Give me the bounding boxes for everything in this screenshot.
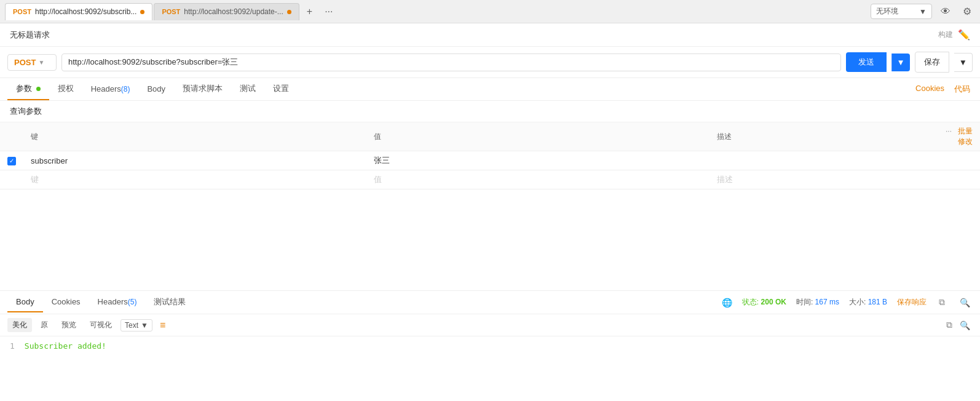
- url-input[interactable]: [61, 54, 841, 71]
- more-tabs-button[interactable]: ···: [321, 5, 336, 18]
- empty-key-placeholder: 键: [31, 175, 39, 184]
- tab-tests[interactable]: 测试: [231, 78, 264, 100]
- save-button[interactable]: 保存: [915, 52, 949, 73]
- response-body: 1Subscriber added!: [0, 336, 980, 401]
- search-response-button[interactable]: 🔍: [957, 296, 973, 309]
- response-meta: 🌐 状态: 200 OK 时间: 167 ms 大小: 181 B 保存响应 ⧉…: [722, 296, 973, 309]
- tab-bar-right: 无环境 ▼ 👁 ⚙: [871, 4, 975, 19]
- row1-checkbox-cell: [0, 151, 23, 170]
- edit-title-button[interactable]: ✏️: [958, 29, 970, 41]
- search-body-button[interactable]: 🔍: [957, 319, 973, 332]
- text-format-selector[interactable]: Text ▼: [121, 319, 152, 332]
- env-label: 无环境: [876, 6, 898, 17]
- method-selector[interactable]: POST ▼: [7, 54, 57, 71]
- response-size: 大小: 181 B: [849, 297, 887, 308]
- empty-desc[interactable]: 描述: [709, 170, 931, 189]
- resp-tab-cookies[interactable]: Cookies: [43, 292, 89, 312]
- more-actions-icon[interactable]: ···: [946, 127, 952, 135]
- main-area: 查询参数 键 值 描述 ··· 批量修改: [0, 101, 980, 401]
- method-caret-icon: ▼: [38, 59, 44, 66]
- empty-actions: [931, 170, 980, 189]
- tab1-dot: [140, 10, 144, 14]
- col-desc: 描述: [709, 122, 931, 151]
- request-title: 无标题请求: [10, 30, 938, 41]
- send-caret-button[interactable]: ▼: [891, 54, 910, 71]
- resp-tab-body[interactable]: Body: [7, 292, 43, 312]
- col-actions: ··· 批量修改: [931, 122, 980, 151]
- params-dot: [36, 87, 41, 91]
- tab-auth[interactable]: 授权: [49, 78, 82, 100]
- row1-actions: [931, 151, 980, 170]
- url-bar: POST ▼ 发送 ▼ 保存 ▼: [0, 47, 980, 78]
- tab-settings[interactable]: 设置: [264, 78, 298, 100]
- cookies-link[interactable]: Cookies: [913, 79, 947, 100]
- construct-button[interactable]: 构建: [938, 30, 953, 40]
- tab-actions: + ···: [303, 5, 337, 18]
- params-content: 查询参数 键 值 描述 ··· 批量修改: [0, 101, 980, 290]
- row1-checkbox[interactable]: [7, 157, 16, 165]
- settings-icon-button[interactable]: ⚙: [959, 4, 975, 19]
- empty-value-placeholder: 值: [374, 175, 382, 184]
- save-caret-button[interactable]: ▼: [954, 53, 973, 72]
- resp-tab-headers[interactable]: Headers(5): [89, 292, 146, 312]
- row1-value[interactable]: 张三: [366, 151, 709, 170]
- empty-checkbox-cell: [0, 170, 23, 189]
- params-section-title: 查询参数: [0, 101, 980, 122]
- tab-bar: POST http://localhost:9092/subscrib... P…: [0, 0, 980, 23]
- request-area: 查询参数 键 值 描述 ··· 批量修改: [0, 101, 980, 290]
- add-tab-button[interactable]: +: [303, 5, 316, 18]
- response-line-1: Subscriber added!: [25, 341, 106, 351]
- request-tab-right: Cookies 代码: [913, 79, 973, 100]
- response-time: 时间: 167 ms: [796, 297, 839, 308]
- line-number-1: 1: [10, 341, 15, 351]
- environment-selector[interactable]: 无环境 ▼: [871, 4, 932, 19]
- col-key: 键: [23, 122, 366, 151]
- visualize-button[interactable]: 可视化: [85, 318, 117, 332]
- tab1-method: POST: [13, 8, 31, 15]
- response-icon-bar: ⧉ 🔍: [944, 319, 973, 332]
- response-area: Body Cookies Headers(5) 测试结果 🌐 状态: 200 O…: [0, 290, 980, 401]
- params-table: 键 值 描述 ··· 批量修改: [0, 122, 980, 189]
- row1-key[interactable]: subscriber: [23, 151, 366, 170]
- response-toolbar: 美化 原 预览 可视化 Text ▼ ≡ ⧉ 🔍: [0, 314, 980, 336]
- col-value: 值: [366, 122, 709, 151]
- send-button[interactable]: 发送: [846, 52, 887, 72]
- tab2-dot: [287, 10, 291, 14]
- resp-tab-test-results[interactable]: 测试结果: [145, 292, 194, 314]
- tab-params[interactable]: 参数: [7, 78, 49, 100]
- table-row: subscriber 张三: [0, 151, 980, 170]
- col-checkbox: [0, 122, 23, 151]
- preview-button[interactable]: 预览: [57, 318, 81, 332]
- code-link[interactable]: 代码: [952, 79, 973, 100]
- tab-1[interactable]: POST http://localhost:9092/subscrib...: [5, 3, 152, 20]
- env-caret-icon: ▼: [919, 7, 927, 16]
- raw-button[interactable]: 原: [36, 318, 53, 332]
- tab-pre-request[interactable]: 预请求脚本: [174, 78, 231, 100]
- table-row-empty: 键 值 描述: [0, 170, 980, 189]
- tab-2[interactable]: POST http://localhost:9092/update-...: [154, 3, 299, 20]
- copy-body-button[interactable]: ⧉: [944, 319, 955, 332]
- empty-key[interactable]: 键: [23, 170, 366, 189]
- empty-desc-placeholder: 描述: [717, 175, 733, 184]
- text-format-caret-icon: ▼: [141, 321, 148, 330]
- tab-body[interactable]: Body: [138, 79, 174, 100]
- eye-icon-button[interactable]: 👁: [937, 4, 954, 19]
- save-response-button[interactable]: 保存响应: [897, 297, 927, 308]
- tab2-url: http://localhost:9092/update-...: [184, 7, 283, 16]
- tab-headers[interactable]: Headers(8): [82, 79, 139, 100]
- wrap-button[interactable]: ≡: [156, 319, 169, 332]
- method-label: POST: [14, 58, 36, 67]
- request-tabs: 参数 授权 Headers(8) Body 预请求脚本 测试 设置 Cookie…: [0, 78, 980, 101]
- tab2-method: POST: [162, 8, 180, 15]
- beautify-button[interactable]: 美化: [7, 318, 32, 332]
- tab1-url: http://localhost:9092/subscrib...: [35, 7, 136, 16]
- copy-response-button[interactable]: ⧉: [936, 296, 947, 309]
- batch-edit-link[interactable]: 批量修改: [958, 127, 973, 146]
- empty-value[interactable]: 值: [366, 170, 709, 189]
- response-tabs: Body Cookies Headers(5) 测试结果 🌐 状态: 200 O…: [0, 291, 980, 314]
- request-title-bar: 无标题请求 构建 ✏️: [0, 23, 980, 47]
- params-table-wrapper: 键 值 描述 ··· 批量修改: [0, 122, 980, 290]
- row1-desc: [709, 151, 931, 170]
- response-status: 状态: 200 OK: [742, 297, 786, 308]
- globe-icon: 🌐: [722, 298, 732, 308]
